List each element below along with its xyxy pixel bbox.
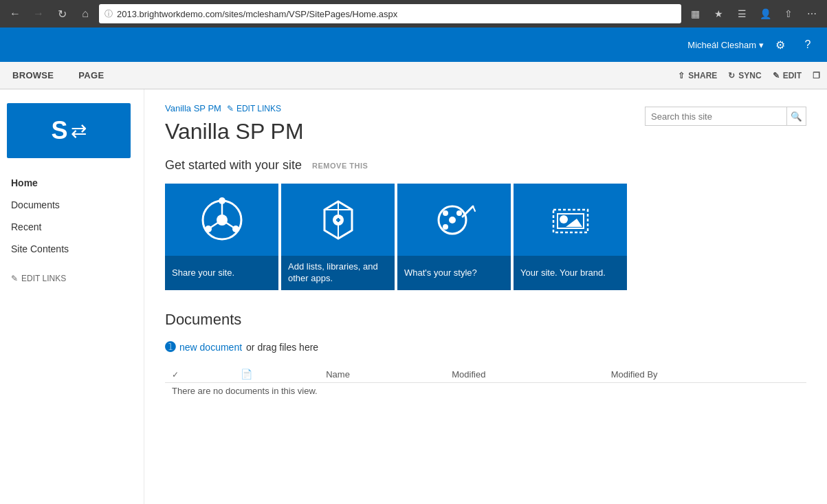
more-icon[interactable]: ⋯ xyxy=(802,4,822,23)
col-name: Name xyxy=(319,366,445,383)
new-doc-row: ➊ new document or drag files here xyxy=(165,340,806,355)
sync-action[interactable]: ↻ SYNC xyxy=(728,71,761,80)
svg-point-15 xyxy=(443,224,448,230)
breadcrumb-link[interactable]: Vanilla SP PM xyxy=(165,103,221,113)
svg-point-7 xyxy=(205,226,212,232)
pencil-icon-small: ✎ xyxy=(227,104,234,113)
content-header: Vanilla SP PM ✎ EDIT LINKS Vanilla SP PM… xyxy=(165,103,806,158)
browser-window: ← → ↻ ⌂ ⓘ 2013.brightworkdemo.com/sites/… xyxy=(0,0,827,504)
nav-recent[interactable]: Recent xyxy=(0,216,144,238)
edit-action[interactable]: ✎ EDIT xyxy=(773,71,802,80)
page-tab[interactable]: PAGE xyxy=(73,63,109,87)
bookmark-icon[interactable]: ★ xyxy=(709,4,728,23)
tile-brand-label-area: Your site. Your brand. xyxy=(514,256,627,290)
col-check: ✓ xyxy=(165,366,234,383)
nav-documents[interactable]: Documents xyxy=(0,194,144,216)
logo-arrows: ⇄ xyxy=(71,120,87,142)
tile-brand-label: Your site. Your brand. xyxy=(520,267,606,279)
tile-share-label: Share your site. xyxy=(172,267,234,279)
edit-action-label: EDIT xyxy=(783,71,802,80)
tile-style-label: What's your style? xyxy=(404,267,477,279)
tile-apps[interactable]: Add lists, libraries, and other apps. xyxy=(281,184,395,290)
tile-brand[interactable]: Your site. Your brand. xyxy=(514,184,627,290)
share-action-label: SHARE xyxy=(688,71,717,80)
remove-link[interactable]: REMOVE THIS xyxy=(312,162,368,170)
focus-icon: ❒ xyxy=(813,71,820,80)
no-items-row: There are no documents in this view. xyxy=(165,383,806,399)
tab-manager-icon[interactable]: ▦ xyxy=(685,4,705,23)
search-button[interactable]: 🔍 xyxy=(786,107,806,125)
breadcrumb: Vanilla SP PM ✎ EDIT LINKS xyxy=(165,103,304,113)
forward-button[interactable]: → xyxy=(29,4,48,23)
svg-point-13 xyxy=(443,210,448,216)
tile-apps-label: Add lists, libraries, and other apps. xyxy=(288,261,388,285)
address-bar[interactable]: ⓘ 2013.brightworkdemo.com/sites/mclesham… xyxy=(99,4,681,23)
back-button[interactable]: ← xyxy=(5,4,25,23)
drag-files-text: or drag files here xyxy=(246,342,318,353)
home-button[interactable]: ⌂ xyxy=(76,4,95,23)
search-area: 🔍 xyxy=(645,103,806,126)
svg-point-20 xyxy=(560,215,568,223)
page-title: Vanilla SP PM xyxy=(165,119,304,144)
user-name-text: Micheál Clesham xyxy=(687,40,756,50)
svg-point-5 xyxy=(219,197,225,204)
tiles-container: Share your site. xyxy=(165,184,806,290)
focus-action[interactable]: ❒ xyxy=(813,71,820,80)
svg-line-17 xyxy=(473,206,475,211)
col-modified: Modified xyxy=(445,366,604,383)
plus-icon: ➊ xyxy=(165,340,175,355)
tile-share[interactable]: Share your site. xyxy=(165,184,278,290)
documents-table: ✓ 📄 Name Modified Modified By There are … xyxy=(165,366,806,399)
col-file-icon: 📄 xyxy=(234,366,319,383)
search-box: 🔍 xyxy=(645,107,806,126)
pencil-icon: ✎ xyxy=(11,274,18,283)
share-action[interactable]: ⇧ SHARE xyxy=(678,71,717,80)
sync-action-label: SYNC xyxy=(738,71,761,80)
brand-icon xyxy=(547,196,595,244)
browse-tab[interactable]: BROWSE xyxy=(7,63,59,87)
no-items-message: There are no documents in this view. xyxy=(165,383,806,399)
breadcrumb-area: Vanilla SP PM ✎ EDIT LINKS Vanilla SP PM xyxy=(165,103,304,158)
url-text: 2013.brightworkdemo.com/sites/mclesham/V… xyxy=(117,9,676,19)
search-input[interactable] xyxy=(646,111,786,122)
get-started-title: Get started with your site xyxy=(165,158,302,173)
add-apps-icon xyxy=(314,196,362,244)
svg-marker-21 xyxy=(566,219,582,227)
breadcrumb-edit-links[interactable]: ✎ EDIT LINKS xyxy=(227,104,281,113)
svg-rect-18 xyxy=(553,210,588,232)
new-doc-link[interactable]: new document xyxy=(179,342,242,353)
sidebar-edit-links-label: EDIT LINKS xyxy=(21,274,66,283)
file-icon: 📄 xyxy=(241,369,252,380)
help-icon[interactable]: ? xyxy=(797,34,819,56)
user-dropdown-icon: ▾ xyxy=(759,40,764,50)
tile-brand-icon-area xyxy=(514,184,627,256)
sp-logo: S ⇄ xyxy=(7,103,131,158)
nav-home[interactable]: Home xyxy=(0,172,144,194)
nav-site-contents[interactable]: Site Contents xyxy=(0,238,144,260)
sidebar-edit-links[interactable]: ✎ EDIT LINKS xyxy=(0,267,144,290)
style-icon xyxy=(430,196,478,244)
content-area: Vanilla SP PM ✎ EDIT LINKS Vanilla SP PM… xyxy=(144,89,827,504)
favorites-icon[interactable]: ☰ xyxy=(732,4,751,23)
svg-point-6 xyxy=(232,226,239,232)
refresh-button[interactable]: ↻ xyxy=(52,4,71,23)
svg-point-14 xyxy=(456,210,462,216)
breadcrumb-edit-label: EDIT LINKS xyxy=(236,104,281,113)
share-action-icon: ⇧ xyxy=(678,71,685,80)
settings-icon[interactable]: ⚙ xyxy=(769,34,791,56)
get-started-header: Get started with your site REMOVE THIS xyxy=(165,158,806,173)
profile-icon[interactable]: 👤 xyxy=(756,4,775,23)
tile-style[interactable]: What's your style? xyxy=(397,184,511,290)
main-layout: S ⇄ Home Documents Recent Site Contents … xyxy=(0,89,827,504)
sp-topbar: Micheál Clesham ▾ ⚙ ? xyxy=(0,28,827,62)
tile-apps-icon-area xyxy=(281,184,395,256)
user-menu[interactable]: Micheál Clesham ▾ xyxy=(687,40,764,50)
logo-area: S ⇄ xyxy=(0,96,144,165)
share-icon[interactable]: ⇧ xyxy=(779,4,798,23)
col-modified-by: Modified By xyxy=(604,366,806,383)
checkmark-icon: ✓ xyxy=(172,370,179,380)
tile-style-label-area: What's your style? xyxy=(397,256,511,290)
lock-icon: ⓘ xyxy=(104,8,113,20)
sidebar: S ⇄ Home Documents Recent Site Contents … xyxy=(0,89,144,504)
edit-action-icon: ✎ xyxy=(773,71,780,80)
